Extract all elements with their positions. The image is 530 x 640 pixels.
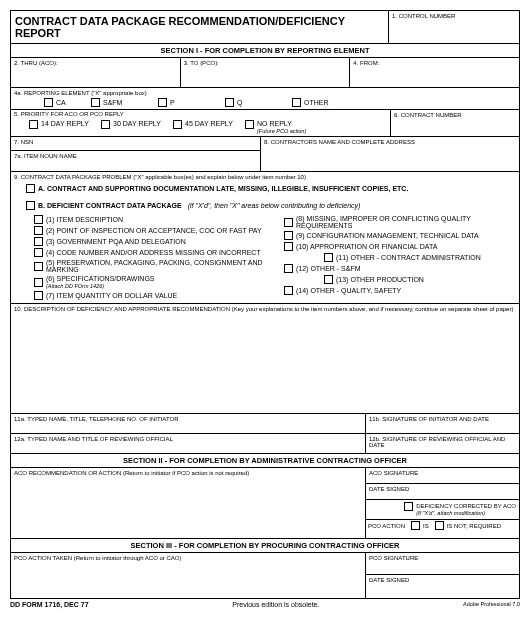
title-row: CONTRACT DATA PACKAGE RECOMMENDATION/DEF… <box>11 11 519 44</box>
field-control-number: 1. CONTROL NUMBER <box>389 11 519 43</box>
checkbox-d14[interactable] <box>284 286 293 295</box>
label-deficiency-corrected: DEFICIENCY CORRECTED BY ACO <box>416 503 516 509</box>
label-other: OTHER <box>304 99 329 106</box>
form-footer: DD FORM 1716, DEC 77 Previous edition is… <box>10 599 520 610</box>
checkbox-deficiency-corrected[interactable] <box>404 502 413 511</box>
checkbox-q[interactable] <box>225 98 234 107</box>
checkbox-p[interactable] <box>158 98 167 107</box>
label-d10: (10) APPROPRIATION OR FINANCIAL DATA <box>296 243 437 250</box>
field-aco-date-signed: DATE SIGNED <box>366 484 519 500</box>
field-contractor-address: 8. CONTRACTORS NAME AND COMPLETE ADDRESS <box>261 137 519 171</box>
label-ca: CA <box>56 99 91 106</box>
footer-form-id: DD FORM 1716, DEC 77 <box>10 601 89 608</box>
checkbox-pco-is[interactable] <box>411 521 420 530</box>
checkbox-noreply[interactable] <box>245 120 254 129</box>
checkbox-d6[interactable] <box>34 278 43 287</box>
checkbox-d7[interactable] <box>34 291 43 300</box>
footer-software: Adobe Professional 7.0 <box>463 601 520 608</box>
label-9a: A. CONTRACT AND SUPPORTING DOCUMENTATION… <box>38 185 408 192</box>
label-d12: (12) OTHER - S&FM <box>296 265 361 272</box>
field-12b: 12b. SIGNATURE OF REVIEWING OFFICIAL AND… <box>366 434 519 453</box>
label-sfm: S&FM <box>103 99 158 106</box>
field-priority: 5. PRIORITY FOR ACO OR PCO REPLY <box>11 110 390 118</box>
field-nsn: 7. NSN <box>11 137 260 151</box>
section1-header: SECTION I - FOR COMPLETION BY REPORTING … <box>11 44 519 58</box>
label-9b-hint: (if "X'd", then "X" areas below contribu… <box>188 202 361 209</box>
checkbox-9b[interactable] <box>26 201 35 210</box>
label-noreply-sub: (Future PCO action) <box>257 128 306 134</box>
footer-edition-note: Previous edition is obsolete. <box>232 601 319 608</box>
field-contract-number: 6. CONTRACT NUMBER <box>391 110 519 136</box>
label-d14: (14) OTHER - QUALITY, SAFETY <box>296 287 401 294</box>
label-d13: (13) OTHER PRODUCTION <box>336 276 424 283</box>
section2-header: SECTION II - FOR COMPLETION BY ADMINISTR… <box>11 454 519 468</box>
form-title: CONTRACT DATA PACKAGE RECOMMENDATION/DEF… <box>11 11 389 43</box>
field-pco-signature: PCO SIGNATURE <box>366 553 519 575</box>
field-item-noun: 7a. ITEM NOUN NAME <box>11 151 260 171</box>
checkbox-d1[interactable] <box>34 215 43 224</box>
field-description: 10. DESCRIPTION OF DEFICIENCY AND APPROP… <box>11 304 519 414</box>
field-pco-date-signed: DATE SIGNED <box>366 575 519 595</box>
field-from: 4. FROM: <box>353 60 379 66</box>
checkbox-ca[interactable] <box>44 98 53 107</box>
checkbox-d9[interactable] <box>284 231 293 240</box>
field-12a: 12a. TYPED NAME AND TITLE OF REVIEWING O… <box>11 434 366 453</box>
field-aco-signature: ACO SIGNATURE <box>366 468 519 484</box>
label-p: P <box>170 99 225 106</box>
checkbox-d5[interactable] <box>34 262 43 271</box>
field-pco-action-taken: PCO ACTION TAKEN (Return to initiator th… <box>11 553 366 598</box>
label-d3: (3) GOVERNMENT PQA AND DELEGATION <box>46 238 186 245</box>
checkbox-d13[interactable] <box>324 275 333 284</box>
row-priority-contract: 5. PRIORITY FOR ACO OR PCO REPLY 14 DAY … <box>11 110 519 137</box>
label-d1: (1) ITEM DESCRIPTION <box>46 216 123 223</box>
label-45day: 45 DAY REPLY <box>185 120 245 127</box>
checkbox-d4[interactable] <box>34 248 43 257</box>
label-d5: (5) PRESERVATION, PACKAGING, PACKING, CO… <box>46 259 264 273</box>
label-9b: B. DEFICIENT CONTRACT DATA PACKAGE <box>38 202 182 209</box>
checkbox-sfm[interactable] <box>91 98 100 107</box>
checkbox-14day[interactable] <box>29 120 38 129</box>
checkbox-d10[interactable] <box>284 242 293 251</box>
checkbox-d2[interactable] <box>34 226 43 235</box>
label-d6-sub: (Attach DD FOrm 1426) <box>46 283 104 289</box>
form-container: CONTRACT DATA PACKAGE RECOMMENDATION/DEF… <box>10 10 520 599</box>
label-deficiency-corrected-sub: (If "X'd", attach modification) <box>416 510 485 516</box>
checkbox-other[interactable] <box>292 98 301 107</box>
field-11a: 11a. TYPED NAME, TITLE, TELEPHONE NO. OF… <box>11 414 366 433</box>
checkbox-d12[interactable] <box>284 264 293 273</box>
label-d9: (9) CONFIGURATION MANAGEMENT, TECHNICAL … <box>296 232 479 239</box>
label-d2: (2) POINT OF INSPECTION OR ACCEPTANCE, C… <box>46 227 262 234</box>
label-14day: 14 DAY REPLY <box>41 120 101 127</box>
checkbox-d8[interactable] <box>284 218 293 227</box>
checkbox-30day[interactable] <box>101 120 110 129</box>
label-d6: (6) SPECIFICATIONS/DRAWINGS <box>46 275 155 282</box>
field-thru: 2. THRU (ACO): <box>14 60 58 66</box>
row-thru-to-from: 2. THRU (ACO): 3. TO (PCO): 4. FROM: <box>11 58 519 88</box>
label-d11: (11) OTHER - CONTRACT ADMINISTRATION <box>336 254 481 261</box>
label-pco-action: PCO ACTION <box>368 523 405 529</box>
label-d8: (8) MISSING, IMPROPER OR CONFLICTING QUA… <box>296 215 516 229</box>
field-11b: 11b. SIGNATURE OF INITIATOR AND DATE <box>366 414 519 433</box>
checkbox-45day[interactable] <box>173 120 182 129</box>
label-30day: 30 DAY REPLY <box>113 120 173 127</box>
label-q: Q <box>237 99 292 106</box>
label-noreply: NO REPLY <box>257 120 292 127</box>
checkbox-d3[interactable] <box>34 237 43 246</box>
label-d4: (4) CODE NUMBER AND/OR ADDRESS MISSING O… <box>46 249 261 256</box>
checkbox-pco-isnot[interactable] <box>435 521 444 530</box>
checkbox-9a[interactable] <box>26 184 35 193</box>
field-to: 3. TO (PCO): <box>184 60 219 66</box>
label-d7: (7) ITEM QUANTITY OR DOLLAR VALUE <box>46 292 177 299</box>
row-nsn-contractor: 7. NSN 7a. ITEM NOUN NAME 8. CONTRACTORS… <box>11 137 519 172</box>
checkbox-d11[interactable] <box>324 253 333 262</box>
field-aco-recommendation: ACO RECOMMENDATION OR ACTION (Return to … <box>11 468 366 538</box>
label-pco-is: IS <box>423 523 429 529</box>
label-pco-isnot: IS NOT, REQUIRED <box>447 523 501 529</box>
section3-header: SECTION III - FOR COMPLETION BY PROCURIN… <box>11 539 519 553</box>
